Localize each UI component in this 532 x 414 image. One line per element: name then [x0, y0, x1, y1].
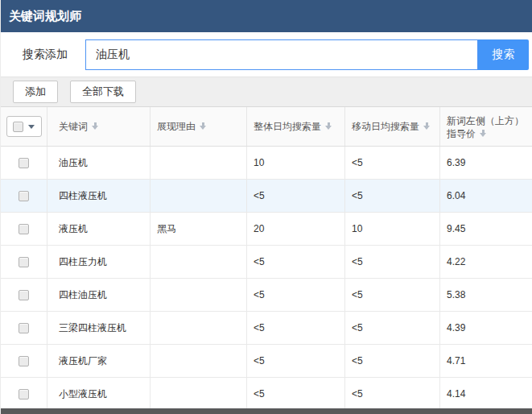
overall-volume-cell: 20 [247, 213, 345, 245]
row-checkbox-cell [1, 180, 47, 212]
page-title: 关键词规划师 [9, 9, 81, 23]
row-checkbox-cell [1, 246, 47, 278]
mobile-volume-cell: <5 [345, 279, 440, 311]
keyword-planner-window: 关键词规划师 搜索添加 搜索 添加 全部下载 关键词 展现理由 [0, 0, 532, 414]
row-checkbox[interactable] [19, 191, 29, 201]
bottom-edge-bar [1, 408, 532, 414]
table-row: 四柱油压机 <5 <5 5.38 [1, 279, 532, 312]
table-row: 四柱液压机 <5 <5 6.04 [1, 180, 532, 213]
add-button[interactable]: 添加 [13, 81, 58, 103]
row-checkbox-cell [1, 213, 47, 245]
guide-price-column-header[interactable]: 新词左侧（上方）指导价 [440, 107, 532, 146]
row-checkbox[interactable] [19, 257, 29, 267]
table-row: 三梁四柱液压机 <5 <5 4.39 [1, 312, 532, 345]
reason-cell [151, 180, 247, 212]
guide-price-cell: 4.22 [440, 246, 532, 278]
title-bar: 关键词规划师 [1, 0, 532, 32]
reason-cell [151, 345, 247, 377]
select-all-checkbox[interactable] [13, 122, 23, 132]
guide-price-cell: 5.38 [440, 279, 532, 311]
row-checkbox[interactable] [19, 323, 29, 333]
sort-down-icon[interactable] [423, 122, 430, 130]
keyword-cell: 小型液压机 [47, 378, 151, 410]
mobile-volume-cell: <5 [345, 345, 440, 377]
keyword-cell: 油压机 [47, 147, 151, 179]
table-row: 油压机 10 <5 6.39 [1, 147, 532, 180]
table-header-row: 关键词 展现理由 整体日均搜索量 移动日均搜索量 新词左侧（上方）指导价 [1, 107, 532, 147]
sort-down-icon[interactable] [325, 122, 332, 130]
table-row: 小型液压机 <5 <5 4.14 [1, 378, 532, 411]
mobile-volume-cell: <5 [345, 378, 440, 410]
search-add-label: 搜索添加 [23, 48, 85, 62]
reason-cell [151, 312, 247, 344]
search-input[interactable] [85, 39, 478, 70]
sort-down-icon[interactable] [200, 122, 206, 130]
keyword-cell: 四柱油压机 [47, 279, 151, 311]
guide-price-cell: 6.04 [440, 180, 532, 212]
keyword-cell: 四柱液压机 [47, 180, 151, 212]
reason-cell: 黑马 [151, 213, 247, 245]
select-all-header-cell [1, 107, 47, 146]
row-checkbox-cell [1, 345, 47, 377]
keyword-table: 关键词 展现理由 整体日均搜索量 移动日均搜索量 新词左侧（上方）指导价 [1, 107, 532, 411]
keyword-cell: 液压机 [47, 213, 151, 245]
chevron-down-icon [28, 125, 35, 129]
row-checkbox-cell [1, 312, 47, 344]
guide-price-cell: 4.71 [440, 345, 532, 377]
row-checkbox-cell [1, 378, 47, 410]
keyword-cell: 液压机厂家 [47, 345, 151, 377]
keyword-cell: 三梁四柱液压机 [47, 312, 151, 344]
table-row: 液压机厂家 <5 <5 4.71 [1, 345, 532, 378]
reason-column-header[interactable]: 展现理由 [151, 107, 247, 146]
mobile-volume-cell: <5 [345, 246, 440, 278]
sort-down-icon[interactable] [92, 122, 98, 130]
table-row: 液压机 黑马 20 10 9.45 [1, 213, 532, 246]
guide-price-cell: 4.14 [440, 378, 532, 410]
overall-volume-cell: <5 [247, 378, 345, 410]
download-all-button[interactable]: 全部下载 [70, 81, 136, 103]
row-checkbox[interactable] [19, 389, 29, 400]
keyword-column-header[interactable]: 关键词 [47, 107, 151, 146]
mobile-volume-cell: 10 [345, 213, 440, 245]
toolbar: 添加 全部下载 [1, 77, 532, 107]
mobile-volume-column-header[interactable]: 移动日均搜索量 [345, 107, 440, 146]
overall-volume-cell: <5 [247, 246, 345, 278]
keyword-cell: 四柱压力机 [47, 246, 151, 278]
mobile-volume-cell: <5 [345, 147, 440, 179]
row-checkbox-cell [1, 279, 47, 311]
guide-price-cell: 9.45 [440, 213, 532, 245]
overall-volume-cell: <5 [247, 345, 345, 377]
mobile-volume-cell: <5 [345, 180, 440, 212]
overall-volume-cell: <5 [247, 279, 345, 311]
reason-cell [151, 147, 247, 179]
reason-cell [151, 378, 247, 410]
table-row: 四柱压力机 <5 <5 4.22 [1, 246, 532, 279]
guide-price-cell: 4.39 [440, 312, 532, 344]
mobile-volume-cell: <5 [345, 312, 440, 344]
overall-volume-cell: 10 [247, 147, 345, 179]
row-checkbox-cell [1, 147, 47, 179]
search-button[interactable]: 搜索 [478, 39, 529, 70]
row-checkbox[interactable] [19, 224, 29, 234]
row-checkbox[interactable] [19, 290, 29, 300]
table-body: 油压机 10 <5 6.39 四柱液压机 <5 <5 6.04 液压机 黑马 2… [1, 147, 532, 411]
overall-volume-cell: <5 [247, 312, 345, 344]
row-checkbox[interactable] [19, 356, 29, 366]
overall-volume-column-header[interactable]: 整体日均搜索量 [247, 107, 345, 146]
reason-cell [151, 246, 247, 278]
search-section: 搜索添加 搜索 [1, 32, 532, 77]
guide-price-cell: 6.39 [440, 147, 532, 179]
overall-volume-cell: <5 [247, 180, 345, 212]
select-all-dropdown[interactable] [6, 116, 42, 137]
reason-cell [151, 279, 247, 311]
sort-down-icon[interactable] [480, 130, 486, 137]
row-checkbox[interactable] [19, 158, 29, 168]
